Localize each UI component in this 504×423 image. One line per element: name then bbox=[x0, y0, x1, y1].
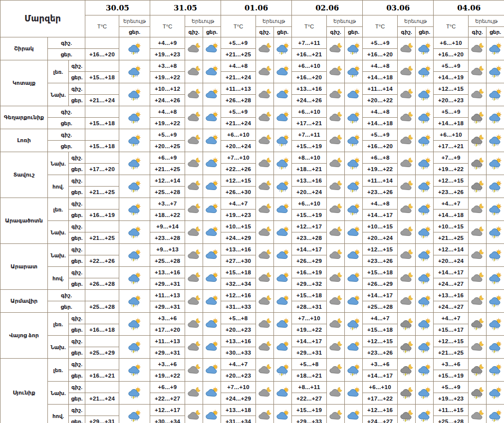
phenomenon-cell bbox=[416, 382, 434, 405]
phenomenon-cell bbox=[203, 129, 221, 152]
day-label: ցեր. bbox=[69, 164, 85, 175]
phenomenon-cell bbox=[345, 60, 363, 83]
night-label: գիշ. bbox=[69, 198, 85, 210]
phenomenon-cell bbox=[345, 106, 363, 129]
date-header-5: 03.06 bbox=[363, 0, 434, 15]
night-temp: +4...+7 bbox=[434, 313, 469, 324]
phenomenon-cell bbox=[119, 382, 150, 405]
day-temp: +26...+29 bbox=[292, 255, 327, 267]
moon-cloud-icon bbox=[257, 88, 272, 101]
night-temp bbox=[85, 175, 119, 187]
phenomenon-header: Երեւույթ bbox=[185, 15, 221, 27]
night-temp: +3...+8 bbox=[150, 60, 185, 72]
moon-cloud-icon bbox=[257, 42, 272, 55]
phenomenon-cell bbox=[487, 106, 504, 129]
night-label: գիշ. bbox=[69, 60, 85, 72]
day-temp: +24...+29 bbox=[221, 232, 256, 244]
sun-cloud-icon bbox=[346, 272, 361, 284]
zone-level: լեռ. bbox=[48, 198, 69, 221]
moon-cloud-icon bbox=[187, 226, 202, 238]
night-label: գիշ. bbox=[69, 405, 85, 416]
phenomenon-cell bbox=[469, 129, 487, 152]
phenomenon-cell bbox=[487, 60, 504, 83]
night-label: գիշ. bbox=[69, 152, 85, 164]
sun-cloud-icon bbox=[275, 341, 290, 353]
phenomenon-cell bbox=[487, 221, 504, 244]
phenomenon-cell bbox=[119, 129, 150, 152]
moon-cloud-icon bbox=[328, 157, 343, 170]
phenomenon-cell bbox=[203, 382, 221, 405]
moon-cloud-icon bbox=[257, 341, 272, 353]
phenomenon-cell bbox=[327, 37, 345, 60]
night-temp: +10...+15 bbox=[221, 221, 256, 232]
day-temp: +16...+21 bbox=[85, 370, 119, 382]
day-temp: +21...+25 bbox=[434, 232, 469, 244]
day-temp: +20...+24 bbox=[434, 255, 469, 267]
moon-cloud-icon bbox=[399, 65, 414, 78]
day-temp: +21...+25 bbox=[221, 49, 256, 60]
zone-level: լեռ. bbox=[48, 60, 69, 83]
date-header-4: 02.06 bbox=[292, 0, 363, 15]
night-temp: +6...+10 bbox=[434, 37, 469, 49]
phenomenon-cell bbox=[398, 290, 416, 313]
forecast-row-night: ՏավուշՆախ.գիշ.+6...+9+7...+10+8...+10+6.… bbox=[0, 152, 504, 164]
night-temp: +14...+17 bbox=[292, 336, 327, 347]
sun-cloud-icon bbox=[275, 272, 290, 284]
day-label: ցեր. bbox=[69, 255, 85, 267]
phenomenon-cell bbox=[185, 129, 203, 152]
forecast-row-night: Նախ.գիշ.+11...+13+13...+16+14...+17+12..… bbox=[0, 336, 504, 347]
phenomenon-cell bbox=[203, 83, 221, 106]
region-name: Արմավիր bbox=[0, 290, 48, 313]
sun-cloud-rain-icon bbox=[417, 387, 432, 399]
phenomenon-cell bbox=[274, 60, 292, 83]
forecast-row-night: Վայոց ձորլեռ.գիշ.+3...+6+5...+8+7...+10+… bbox=[0, 313, 504, 324]
sun-cloud-rain-icon bbox=[417, 364, 432, 376]
day-temp: +23...+28 bbox=[150, 232, 185, 244]
table-header: Մարզեր 30.05 31.05 01.06 02.06 03.06 04.… bbox=[0, 0, 504, 37]
night-temp: +12...+15 bbox=[434, 83, 469, 95]
night-temp: +10...+15 bbox=[363, 221, 398, 232]
night-temp: +15...+18 bbox=[292, 290, 327, 301]
phenomenon-cell bbox=[256, 152, 274, 175]
sun-cloud-rain-icon bbox=[275, 364, 290, 376]
moon-cloud-rain-icon bbox=[399, 410, 414, 422]
phenomenon-cell bbox=[327, 152, 345, 175]
day-temp: +30...+33 bbox=[221, 347, 256, 359]
moon-cloud-icon bbox=[328, 65, 343, 78]
sun-cloud-rain-icon bbox=[488, 203, 503, 215]
night-temp: +6...+10 bbox=[363, 382, 398, 393]
sun-cloud-rain-icon bbox=[275, 180, 290, 193]
night-temp: +7...+10 bbox=[292, 313, 327, 324]
sun-cloud-rain-icon bbox=[417, 226, 432, 238]
day-temp: +25...+28 bbox=[150, 255, 185, 267]
phenomenon-cell bbox=[203, 405, 221, 423]
day-temp: +24...+26 bbox=[150, 95, 185, 106]
sun-cloud-icon bbox=[346, 410, 361, 422]
phenomenon-cell bbox=[327, 405, 345, 423]
phenomenon-cell bbox=[398, 221, 416, 244]
sun-cloud-rain-icon bbox=[488, 249, 503, 261]
night-temp bbox=[85, 267, 119, 278]
phenomenon-cell bbox=[487, 359, 504, 382]
day-temp: +26...+28 bbox=[85, 278, 119, 290]
sun-cloud-rain-icon bbox=[417, 88, 432, 101]
night-temp bbox=[85, 244, 119, 255]
phenomenon-cell bbox=[185, 37, 203, 60]
day-temp: +25...+28 bbox=[85, 301, 119, 313]
night-temp bbox=[85, 382, 119, 393]
day-temp: +17...+22 bbox=[363, 393, 398, 405]
moon-cloud-icon bbox=[399, 295, 414, 307]
phenomenon-cell bbox=[274, 359, 292, 382]
moon-cloud-icon bbox=[399, 157, 414, 170]
sun-cloud-rain-icon bbox=[346, 134, 361, 147]
sun-cloud-rain-icon bbox=[488, 157, 503, 170]
sun-cloud-rain-icon bbox=[417, 295, 432, 307]
phenomenon-cell bbox=[256, 106, 274, 129]
zone-level: Նախ. bbox=[48, 336, 69, 359]
forecast-row-night: Արմավիրգիշ.+11...+13+12...+16+15...+18+1… bbox=[0, 290, 504, 301]
phenomenon-cell bbox=[398, 198, 416, 221]
phenomenon-header: Երեւույթ bbox=[469, 15, 504, 27]
day-temp: +19...+23 bbox=[150, 49, 185, 60]
phenomenon-cell bbox=[274, 175, 292, 198]
sun-cloud-icon bbox=[205, 180, 220, 193]
